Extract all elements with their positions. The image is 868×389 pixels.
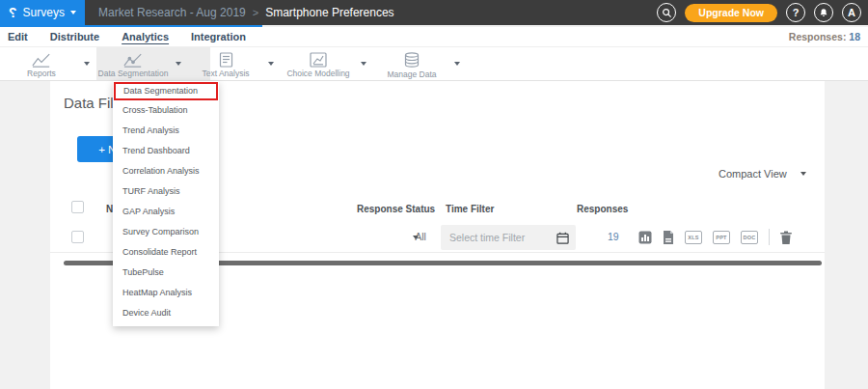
- surveys-menu-button[interactable]: ? Surveys: [0, 0, 85, 25]
- toolbar-button-label: Data Segmentation: [98, 69, 169, 78]
- column-header-response-status: Response Status: [357, 204, 435, 214]
- chevron-down-icon: [413, 236, 419, 239]
- menu-item-data-segmentation[interactable]: Data Segmentation: [114, 82, 218, 100]
- responses-counter[interactable]: Responses: 18: [789, 31, 860, 42]
- surveys-label: Surveys: [23, 6, 65, 19]
- menu-item-consolidate-report[interactable]: Consolidate Report: [113, 242, 219, 263]
- breadcrumb-separator: >: [253, 7, 258, 18]
- compact-view-label: Compact View: [719, 168, 787, 180]
- menu-item-device-audit[interactable]: Device Audit: [113, 303, 219, 323]
- segmentation-chart-icon: [123, 53, 143, 68]
- chevron-down-icon: [268, 62, 274, 66]
- breadcrumb-survey-name[interactable]: Market Research - Aug 2019: [98, 6, 246, 19]
- toolbar-button-label: Text Analysis: [202, 69, 249, 78]
- questionpro-logo-icon: ?: [9, 5, 17, 20]
- search-icon[interactable]: [657, 3, 676, 22]
- breadcrumb: Market Research - Aug 2019 > Smartphone …: [98, 6, 394, 19]
- chevron-down-icon: [800, 172, 806, 176]
- compact-view-dropdown[interactable]: Compact View: [719, 168, 806, 180]
- column-header-time-filter: Time Filter: [446, 204, 494, 214]
- responses-label: Responses:: [789, 31, 847, 42]
- nav-item-integration[interactable]: Integration: [191, 31, 246, 42]
- row-checkbox[interactable]: [71, 231, 84, 243]
- upgrade-now-button[interactable]: Upgrade Now: [685, 4, 777, 22]
- column-header-responses: Responses: [577, 204, 628, 214]
- analytics-toolbar: Reports Data Segmentation Text Analysis: [0, 46, 868, 81]
- survey-nav: Edit Distribute Analytics Integration Re…: [0, 27, 868, 46]
- export-ppt-icon[interactable]: PPT: [713, 231, 730, 244]
- toolbar-button-label: Reports: [27, 69, 56, 78]
- app-window: ? Surveys Market Research - Aug 2019 > S…: [0, 0, 868, 389]
- chevron-down-icon: [176, 62, 181, 66]
- export-doc-icon[interactable]: DOC: [741, 231, 758, 244]
- menu-item-cross-tabulation[interactable]: Cross-Tabulation: [113, 100, 219, 121]
- chevron-down-icon: [454, 62, 460, 66]
- time-filter-field: [441, 225, 576, 250]
- toolbar-button-label: Choice Modelling: [286, 69, 349, 78]
- nav-item-analytics[interactable]: Analytics: [122, 31, 169, 42]
- nav-item-distribute[interactable]: Distribute: [50, 31, 99, 42]
- menu-item-heatmap-analysis[interactable]: HeatMap Analysis: [113, 283, 219, 303]
- menu-item-correlation-analysis[interactable]: Correlation Analysis: [113, 161, 219, 181]
- toolbar-text-analysis-button[interactable]: Text Analysis: [189, 47, 285, 80]
- export-xls-icon[interactable]: XLS: [685, 231, 702, 244]
- document-lines-icon: [219, 52, 233, 68]
- calendar-icon[interactable]: [556, 231, 569, 248]
- chevron-down-icon: [361, 62, 366, 66]
- line-chart-icon: [32, 53, 51, 68]
- menu-item-trend-analysis[interactable]: Trend Analysis: [113, 121, 219, 141]
- menu-item-gap-analysis[interactable]: GAP Analysis: [113, 202, 219, 222]
- delete-trash-icon[interactable]: [780, 231, 792, 244]
- data-segmentation-menu: Data Segmentation Cross-Tabulation Trend…: [113, 81, 219, 326]
- chevron-down-icon: [84, 62, 90, 66]
- toolbar-manage-data-button[interactable]: Manage Data: [375, 47, 472, 80]
- topbar: ? Surveys Market Research - Aug 2019 > S…: [0, 0, 868, 25]
- toolbar-reports-button[interactable]: Reports: [5, 47, 101, 80]
- row-actions: XLS PPT DOC: [638, 229, 792, 245]
- toolbar-button-label: Manage Data: [387, 69, 436, 79]
- notifications-bell-icon[interactable]: [814, 3, 833, 22]
- dashboard-report-icon[interactable]: [638, 231, 652, 244]
- choice-chart-icon: [310, 52, 327, 68]
- chevron-down-icon: [70, 11, 76, 14]
- time-filter-input[interactable]: [441, 225, 576, 250]
- menu-item-survey-comparison[interactable]: Survey Comparison: [113, 222, 219, 242]
- topbar-actions: Upgrade Now ? A: [657, 3, 868, 22]
- help-icon[interactable]: ?: [786, 3, 805, 22]
- database-icon: [404, 52, 420, 69]
- menu-item-turf-analysis[interactable]: TURF Analysis: [113, 181, 219, 202]
- select-all-checkbox[interactable]: [71, 201, 84, 213]
- document-export-icon[interactable]: [663, 231, 674, 244]
- nav-item-edit[interactable]: Edit: [8, 31, 28, 42]
- menu-item-trend-dashboard[interactable]: Trend Dashboard: [113, 141, 219, 161]
- account-avatar[interactable]: A: [842, 3, 861, 22]
- actions-divider: [769, 229, 770, 245]
- toolbar-choice-modelling-button[interactable]: Choice Modelling: [282, 47, 378, 80]
- responses-count: 18: [849, 31, 860, 42]
- breadcrumb-current-page: Smartphone Preferences: [265, 6, 393, 19]
- row-responses-count: 19: [608, 231, 619, 242]
- menu-item-tubepulse[interactable]: TubePulse: [113, 263, 219, 283]
